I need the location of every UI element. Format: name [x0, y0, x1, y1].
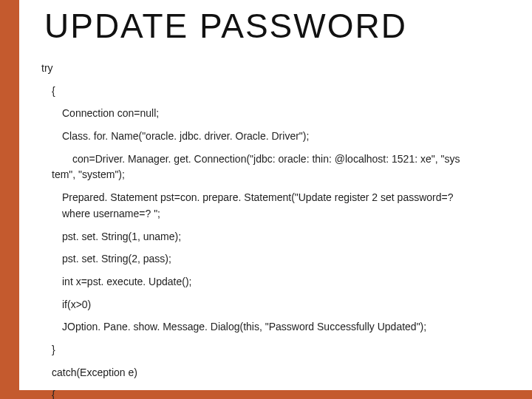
code-line: JOption. Pane. show. Message. Dialog(thi… [41, 319, 511, 335]
code-line-continuation: where username=? "; [41, 206, 511, 222]
left-accent-bar [0, 0, 19, 399]
slide-title: UPDATE PASSWORD [44, 6, 407, 46]
code-line: con=Driver. Manager. get. Connection("jd… [41, 151, 511, 168]
code-line: Connection con=null; [41, 106, 511, 122]
code-line: } [41, 342, 511, 358]
code-line: if(x>0) [41, 297, 511, 313]
slide: UPDATE PASSWORD try { Connection con=nul… [0, 0, 532, 399]
code-line: Class. for. Name("oracle. jdbc. driver. … [41, 129, 511, 145]
code-line: try [41, 61, 511, 77]
code-line: int x=pst. execute. Update(); [41, 274, 511, 290]
code-line: { [41, 83, 511, 100]
code-block: try { Connection con=null; Class. for. N… [41, 61, 511, 399]
code-line: catch(Exception e) [41, 365, 511, 381]
code-line: Prepared. Statement pst=con. prepare. St… [41, 190, 511, 206]
code-line: pst. set. String(2, pass); [41, 251, 511, 267]
code-line-continuation: tem", "system"); [41, 167, 511, 183]
code-line: pst. set. String(1, uname); [41, 229, 511, 245]
code-line: { [41, 387, 511, 399]
